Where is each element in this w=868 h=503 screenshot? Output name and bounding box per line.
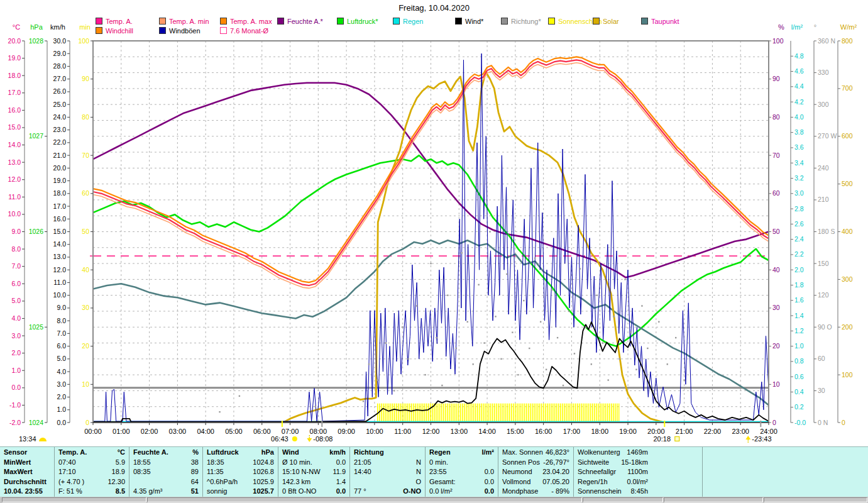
- cell-label: 77 °: [354, 487, 366, 497]
- cell-label: 11:35: [207, 467, 224, 477]
- time-axis: 00:0001:0002:0003:0004:0005:0006:0007:00…: [84, 421, 777, 443]
- svg-text:14.0: 14.0: [53, 240, 67, 248]
- svg-text:210: 210: [818, 196, 829, 203]
- table-row: 64: [133, 477, 199, 487]
- table-row: Windkm/h: [282, 448, 346, 458]
- svg-text:40: 40: [772, 266, 780, 274]
- svg-text:15.0: 15.0: [53, 228, 67, 235]
- svg-text:17:00: 17:00: [563, 428, 581, 435]
- svg-text:50: 50: [82, 228, 89, 235]
- axis-percent: %1009080706050403020100: [769, 23, 784, 426]
- svg-text:40: 40: [82, 266, 89, 274]
- svg-text:60: 60: [82, 189, 89, 197]
- cell-label: Durchschnitt: [4, 477, 47, 487]
- svg-text:150: 150: [818, 260, 829, 267]
- svg-text:24:00: 24:00: [760, 428, 777, 435]
- cell-value: 0.0: [485, 477, 494, 487]
- cell-label: Sichtweite: [578, 458, 609, 468]
- cell-value: 51: [191, 487, 199, 497]
- cell-value: 0.0: [336, 458, 346, 468]
- svg-text:360 N: 360 N: [818, 37, 835, 45]
- svg-text:-23:43: -23:43: [752, 435, 771, 443]
- cell-label: 0.0 l/m²: [429, 487, 453, 497]
- svg-text:6.0: 6.0: [57, 342, 66, 350]
- table-column-luftdruck: LuftdruckhPa18:351024.811:351026.8^0.6hP…: [203, 447, 278, 497]
- svg-text:60: 60: [772, 189, 780, 197]
- table-row: LuftdruckhPa: [207, 448, 274, 458]
- svg-text:12.0: 12.0: [8, 175, 21, 183]
- cell-value: N: [416, 458, 421, 468]
- table-column: Max. Sonnen46,823°Sonnen Pos-26,797°Neum…: [498, 447, 574, 497]
- svg-text:2.4: 2.4: [794, 235, 804, 243]
- table-row: 23:550.0: [429, 467, 494, 477]
- cell-label: Wind: [282, 448, 299, 458]
- svg-text:4.0: 4.0: [794, 113, 804, 121]
- table-row: 08:3589: [133, 467, 199, 477]
- cell-label: 18:35: [207, 458, 224, 468]
- cell-label: Wolkenunterg: [578, 448, 620, 458]
- axis-unit-label: min: [79, 23, 91, 31]
- axis-unit-label: km/h: [50, 23, 65, 31]
- svg-text:-0.0: -0.0: [794, 419, 806, 426]
- svg-text:13:00: 13:00: [451, 428, 468, 435]
- cell-value: 1100m: [627, 467, 648, 477]
- table-row: 18:351024.8: [207, 458, 274, 468]
- cell-value: 64: [191, 477, 199, 487]
- table-row: (+ 4.70 )12.30: [58, 477, 125, 487]
- svg-text:14.0: 14.0: [8, 141, 21, 148]
- svg-text:10.0: 10.0: [53, 291, 67, 299]
- cell-value: 8:45h: [630, 487, 648, 497]
- svg-text:26.0: 26.0: [53, 87, 67, 95]
- table-row: 77 °O-NO: [354, 487, 421, 497]
- svg-text:6.0: 6.0: [11, 280, 21, 287]
- svg-text:17.0: 17.0: [53, 202, 67, 210]
- cell-value: °C: [118, 448, 125, 458]
- weather-day-chart: °C20.019.018.017.016.015.014.013.012.011…: [0, 0, 868, 503]
- svg-text:06:43: 06:43: [271, 435, 288, 443]
- svg-text:330: 330: [818, 69, 829, 76]
- table-row: ^0.6hPa/h1025.9: [207, 477, 274, 487]
- svg-text:300: 300: [818, 101, 829, 108]
- svg-text:8.0: 8.0: [11, 245, 21, 253]
- cell-value: 18.9: [112, 467, 125, 477]
- svg-text:17.0: 17.0: [8, 89, 21, 96]
- table-row: Sichtweite15-18km: [578, 458, 648, 468]
- cell-value: 23.04.20: [542, 467, 569, 477]
- cell-value: 46,823°: [546, 448, 569, 458]
- svg-text:27.0: 27.0: [53, 75, 67, 82]
- cell-label: 4.35 g/m³: [133, 487, 162, 497]
- table-row: Wolkenunterg1469m: [578, 448, 648, 458]
- svg-text:3.4: 3.4: [794, 159, 804, 167]
- svg-text:2.6: 2.6: [794, 220, 804, 228]
- svg-text:3.0: 3.0: [11, 332, 21, 340]
- cell-value: km/h: [329, 448, 346, 458]
- cell-value: 0.0l/m²: [627, 477, 648, 487]
- svg-text:22.0: 22.0: [53, 138, 67, 146]
- svg-text:5.0: 5.0: [11, 297, 21, 304]
- svg-text:2.0: 2.0: [794, 266, 804, 274]
- svg-text:2.8: 2.8: [794, 205, 804, 213]
- cell-value: O-NO: [403, 487, 421, 497]
- table-row: Sonnen Pos-26,797°: [502, 458, 569, 468]
- table-column-regen: Regenl/m²0 min.23:550.0Gesamt:0.00.0 l/m…: [426, 447, 498, 497]
- svg-text:11.0: 11.0: [53, 279, 66, 286]
- axis-lm2: l/m²4.84.64.44.24.03.83.63.43.23.02.82.6…: [791, 23, 806, 426]
- svg-text:80: 80: [772, 113, 780, 121]
- cell-label: 17:10: [58, 467, 76, 477]
- cell-value: l/m²: [481, 448, 494, 458]
- svg-text:09:00: 09:00: [338, 428, 355, 435]
- cell-label: Sensor: [4, 448, 27, 458]
- table-row: 18:5538: [133, 458, 199, 468]
- status-bar-segment-3: [664, 497, 763, 502]
- svg-text:21.0: 21.0: [53, 152, 67, 159]
- cell-value: O: [415, 477, 421, 487]
- cell-label: F: 51 %: [58, 487, 82, 497]
- svg-text:1024: 1024: [29, 419, 44, 426]
- svg-text:240: 240: [818, 164, 829, 172]
- cell-label: Ø 10 min.: [282, 458, 312, 468]
- svg-text:06:00: 06:00: [253, 428, 271, 435]
- svg-text:20:18: 20:18: [654, 435, 671, 443]
- axis-temp: °C20.019.018.017.016.015.014.013.012.011…: [8, 23, 25, 426]
- svg-text:90: 90: [82, 75, 89, 82]
- table-row: 10.04. 23:55: [4, 487, 50, 497]
